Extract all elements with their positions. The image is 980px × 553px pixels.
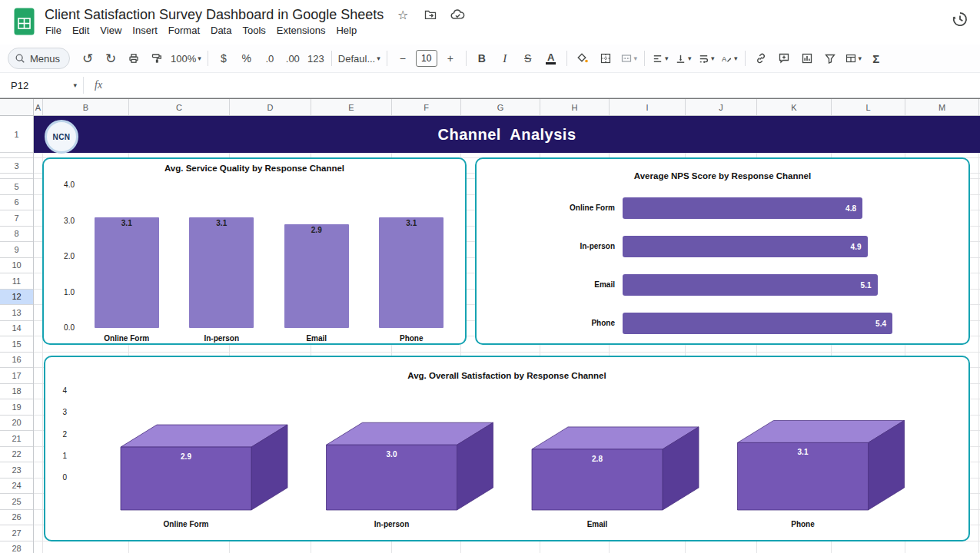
text-color-icon[interactable]: A <box>540 48 563 68</box>
row-header-11[interactable]: 11 <box>0 273 33 290</box>
menu-tools[interactable]: Tools <box>237 22 271 38</box>
text-rotation-icon[interactable]: A ▾ <box>718 48 741 68</box>
insert-chart-icon[interactable] <box>796 48 819 68</box>
increase-decimal-icon[interactable]: .00 <box>281 48 304 68</box>
row-header-19[interactable]: 19 <box>0 399 33 416</box>
column-header-D[interactable]: D <box>230 99 311 115</box>
horizontal-align-icon[interactable]: ▾ <box>649 48 672 68</box>
row-header-22[interactable]: 22 <box>0 447 33 463</box>
column-header-L[interactable]: L <box>832 99 905 115</box>
row-header-28[interactable]: 28 <box>0 541 33 553</box>
increase-font-size-button[interactable]: + <box>439 48 462 68</box>
menu-extensions[interactable]: Extensions <box>271 22 331 38</box>
fx-icon[interactable]: fx <box>95 79 102 91</box>
row-header-2[interactable] <box>0 153 33 158</box>
menu-format[interactable]: Format <box>163 22 205 38</box>
insert-link-icon[interactable] <box>749 48 772 68</box>
column-header-K[interactable]: K <box>757 99 832 115</box>
row-header-12[interactable]: 12 <box>0 290 33 306</box>
font-family-control[interactable]: Defaul... ▾ <box>336 48 383 68</box>
merge-cells-icon[interactable]: ▾ <box>617 48 640 68</box>
row-header-7[interactable]: 7 <box>0 210 33 227</box>
percent-format-icon[interactable]: % <box>235 48 258 68</box>
y-tick-label: 2.0 <box>50 252 75 260</box>
strikethrough-icon[interactable]: S <box>517 48 540 68</box>
zoom-control[interactable]: 100% ▾ <box>168 48 204 68</box>
version-history-icon[interactable] <box>948 7 972 31</box>
column-header-E[interactable]: E <box>311 99 392 115</box>
row-header-20[interactable]: 20 <box>0 416 33 432</box>
row-header-5[interactable]: 5 <box>0 179 33 195</box>
undo-icon[interactable]: ↺ <box>76 48 99 68</box>
column-header-B[interactable]: B <box>43 99 129 115</box>
row-header-3[interactable]: 3 <box>0 158 33 174</box>
column-header-C[interactable]: C <box>129 99 230 115</box>
column-header-I[interactable]: I <box>610 99 686 115</box>
cloud-status-icon[interactable] <box>450 6 467 23</box>
column-header-H[interactable]: H <box>540 99 610 115</box>
redo-icon[interactable]: ↻ <box>99 48 122 68</box>
menu-data[interactable]: Data <box>205 22 237 38</box>
column-header-F[interactable]: F <box>392 99 461 115</box>
gridline <box>34 352 980 353</box>
row-header-17[interactable]: 17 <box>0 368 33 384</box>
column-header-G[interactable]: G <box>461 99 540 115</box>
row-header-27[interactable]: 27 <box>0 525 33 541</box>
row-header-10[interactable]: 10 <box>0 258 33 274</box>
menu-edit[interactable]: Edit <box>67 22 95 38</box>
font-size-input[interactable]: 10 <box>416 50 437 67</box>
y-tick-label: 4.0 <box>50 180 75 189</box>
number-format-icon[interactable]: 123 <box>304 48 327 68</box>
text-wrap-icon[interactable]: ▾ <box>695 48 718 68</box>
menu-help[interactable]: Help <box>331 22 362 38</box>
move-folder-icon[interactable] <box>422 6 439 23</box>
column-header-J[interactable]: J <box>686 99 757 115</box>
menus-search-pill[interactable]: Menus <box>8 48 70 69</box>
row-header-25[interactable]: 25 <box>0 494 33 510</box>
filter-views-icon[interactable]: ▾ <box>842 48 865 68</box>
fill-color-icon[interactable] <box>571 48 594 68</box>
italic-icon[interactable]: I <box>493 48 517 68</box>
star-icon[interactable]: ☆ <box>394 6 411 23</box>
doc-title[interactable]: Client Satisfaction Survey Dashboard in … <box>45 7 384 23</box>
menu-insert[interactable]: Insert <box>127 22 163 38</box>
row-header-8[interactable]: 8 <box>0 227 33 243</box>
decrease-decimal-icon[interactable]: .0 <box>258 48 281 68</box>
add-comment-icon[interactable] <box>772 48 796 68</box>
chart-service-quality[interactable]: Avg. Service Quality by Response Channel… <box>42 157 467 345</box>
row-header-26[interactable]: 26 <box>0 510 33 526</box>
vertical-align-icon[interactable]: ▾ <box>672 48 695 68</box>
row-header-13[interactable]: 13 <box>0 305 33 321</box>
paint-format-icon[interactable] <box>145 48 168 68</box>
row-header-1[interactable]: 1 <box>0 116 33 153</box>
select-all-corner[interactable] <box>0 99 34 115</box>
row-header-21[interactable]: 21 <box>0 431 33 447</box>
row-header-9[interactable]: 9 <box>0 242 33 258</box>
bar-Email <box>284 224 349 328</box>
sheets-logo-icon[interactable] <box>14 8 35 38</box>
currency-format-icon[interactable]: $ <box>212 48 235 68</box>
row-header-15[interactable]: 15 <box>0 336 33 353</box>
menus-label: Menus <box>30 53 60 65</box>
row-header-23[interactable]: 23 <box>0 462 33 478</box>
bold-icon[interactable]: B <box>470 48 493 68</box>
column-header-A[interactable]: A <box>34 99 43 115</box>
name-box[interactable]: P12 ▾ <box>0 80 83 91</box>
functions-sigma-icon[interactable]: Σ <box>865 48 888 68</box>
menu-view[interactable]: View <box>95 22 127 38</box>
row-header-14[interactable]: 14 <box>0 321 33 337</box>
row-header-18[interactable]: 18 <box>0 384 33 400</box>
row-header-6[interactable]: 6 <box>0 195 33 211</box>
row-header-24[interactable]: 24 <box>0 478 33 495</box>
menu-file[interactable]: File <box>40 22 67 38</box>
chart-nps-score[interactable]: Average NPS Score by Response Channel On… <box>475 157 970 345</box>
row-header-4[interactable] <box>0 174 33 179</box>
create-filter-icon[interactable] <box>819 48 842 68</box>
column-header-M[interactable]: M <box>905 99 979 115</box>
chart-overall-satisfaction[interactable]: Avg. Overall Satisfaction by Response Ch… <box>44 356 970 541</box>
row-header-16[interactable]: 16 <box>0 353 33 369</box>
decrease-font-size-button[interactable]: − <box>391 48 414 68</box>
borders-icon[interactable] <box>594 48 617 68</box>
print-icon[interactable] <box>122 48 145 68</box>
sheet-grid[interactable]: NCN Channel Analysis Avg. Service Qualit… <box>34 116 980 553</box>
